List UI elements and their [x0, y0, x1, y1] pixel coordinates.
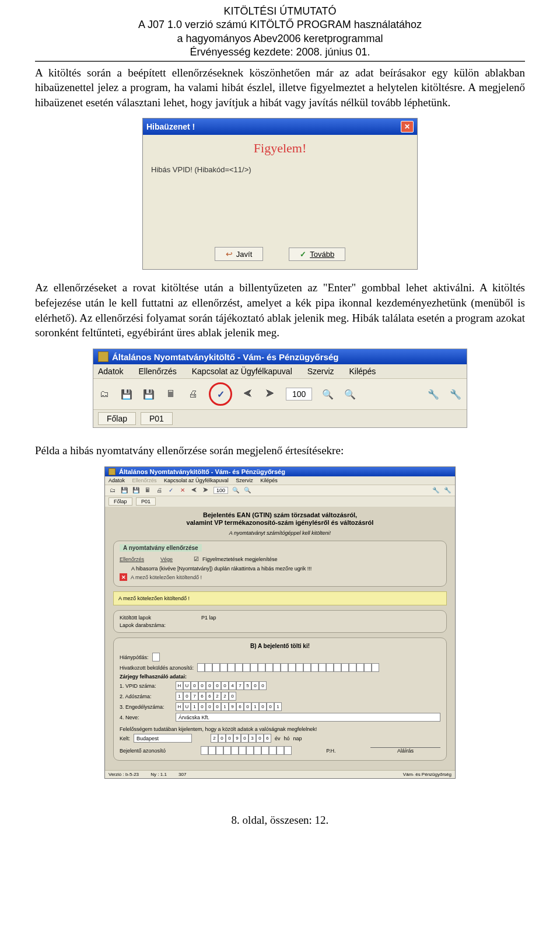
pagenext-icon[interactable]: ⮞: [202, 486, 210, 494]
check-ell-button[interactable]: Ellenőrzés: [120, 556, 144, 562]
section-b-group: B) A bejelentő tölti ki! Hiánypótlás: Hi…: [113, 638, 447, 761]
form-italic-note: A nyomtatványt számítógéppel kell kitölt…: [113, 530, 447, 536]
section-b-title: B) A bejelentő tölti ki!: [120, 643, 440, 649]
pageprev-icon[interactable]: ⮜: [190, 486, 198, 494]
error-dialog: Hibaüzenet ! ✕ Figyelem! Hibás VPID! (Hi…: [142, 118, 418, 270]
r3-boxes[interactable]: HU100019601001: [176, 702, 282, 711]
save-icon[interactable]: 💾: [120, 486, 128, 494]
status-version: Verzió : b-5-23: [108, 772, 139, 777]
felelos-text: Felelősségem tudatában kijelentem, hogy …: [120, 726, 317, 732]
date-boxes[interactable]: 20090306: [211, 734, 271, 743]
pagenext-icon[interactable]: ⮞: [264, 388, 276, 400]
print-icon[interactable]: 🖨: [155, 486, 163, 494]
arrow-left-icon: ↩: [226, 249, 233, 259]
saveas-icon[interactable]: 💾: [132, 486, 140, 494]
r1-boxes[interactable]: HU0000047500: [176, 681, 267, 690]
pages-groupbox: Kitöltött lapok P1 lap Lapok darabszáma:: [113, 610, 447, 633]
tool-b-icon[interactable]: 🔧: [449, 388, 462, 400]
yellow-error-field: A mező kötelezően kitöltendő !: [113, 591, 447, 605]
doc-header: KITÖLTÉSI ÚTMUTATÓ A J07 1.0 verzió szám…: [35, 0, 525, 60]
app-menubar: Adatok Ellenőrzés Kapcsolat az Ügyfélkap…: [93, 364, 467, 379]
menu-adatok[interactable]: Adatok: [108, 478, 125, 483]
menu-szerviz[interactable]: Szerviz: [307, 367, 334, 376]
check-icon[interactable]: ✓: [167, 486, 175, 494]
open-icon[interactable]: 🗂: [98, 388, 111, 400]
check-icon[interactable]: ✓: [214, 388, 227, 400]
form-toolbar: 🗂 💾 💾 🖩 🖨 ✓ ✕ ⮜ ⮞ 100 🔍 🔍 🔧 🔧: [105, 485, 455, 496]
menu-kilepes[interactable]: Kilépés: [349, 367, 376, 376]
menu-ellenorzes[interactable]: Ellenőrzés: [138, 367, 176, 376]
bejazon-label: Bejelentő azonosító: [120, 748, 166, 754]
r3-label: 3. Engedélyszáma:: [120, 704, 172, 710]
warn-checkbox[interactable]: ☑: [194, 556, 199, 562]
check-icon: ✓: [300, 250, 306, 259]
next-button[interactable]: ✓ Tovább: [289, 248, 345, 261]
app-window: Általános Nyomtatványkitöltő - Vám- és P…: [93, 349, 467, 428]
zoomout-icon[interactable]: 🔍: [321, 388, 334, 400]
dialog-titlebar: Hibaüzenet ! ✕: [143, 119, 417, 135]
form-menubar: Adatok Ellenőrzés Kapcsolat az Ügyfélkap…: [105, 476, 455, 485]
r4-label: 4. Neve:: [120, 715, 172, 720]
header-rule: [35, 61, 525, 62]
save-icon[interactable]: 💾: [120, 388, 133, 400]
menu-szerviz[interactable]: Szerviz: [236, 478, 253, 483]
kitolt-label: Kitöltött lapok: [120, 615, 151, 621]
paragraph-1: A kitöltés során a beépített ellenőrzése…: [35, 65, 525, 110]
error-icon: ✕: [120, 573, 127, 581]
menu-kapcsolat[interactable]: Kapcsolat az Ügyfélkapuval: [192, 367, 292, 376]
menu-ellenorzes: Ellenőrzés: [132, 478, 157, 483]
paragraph-3: Példa a hibás nyomtatvány ellenőrzése so…: [35, 443, 525, 458]
print-icon[interactable]: 🖨: [187, 388, 200, 400]
form-titlebar: Általános Nyomtatványkitöltő - Vám- és P…: [105, 467, 455, 476]
menu-adatok[interactable]: Adatok: [98, 367, 124, 376]
saveas-icon[interactable]: 💾: [142, 388, 155, 400]
menu-kapcsolat[interactable]: Kapcsolat az Ügyfélkapuval: [164, 478, 229, 483]
dialog-message: Hibás VPID! (Hibakód=<11/>): [143, 162, 417, 243]
r2-boxes[interactable]: 10766220: [176, 692, 236, 701]
kelt-label: Kelt:: [120, 736, 130, 741]
error-row-text[interactable]: A mező kötelezően kitöltendő !: [131, 574, 202, 580]
tab-folap[interactable]: Főlap: [98, 412, 136, 425]
zoomin-icon[interactable]: 🔍: [243, 486, 251, 494]
tab-p01[interactable]: P01: [141, 412, 173, 425]
hianyp-box[interactable]: [152, 653, 160, 661]
pageprev-icon[interactable]: ⮜: [242, 388, 254, 400]
menu-kilepes[interactable]: Kilépés: [260, 478, 278, 483]
zoomout-icon[interactable]: 🔍: [232, 486, 240, 494]
tool-b-icon[interactable]: 🔧: [443, 486, 452, 494]
app-icon: [98, 351, 108, 362]
lapok-label: Lapok darabszáma:: [120, 622, 166, 628]
tool-a-icon[interactable]: 🔧: [427, 388, 440, 400]
header-line-4: Érvényesség kezdete: 2008. június 01.: [35, 46, 525, 59]
calc-icon[interactable]: 🖩: [144, 486, 152, 494]
zoom-field[interactable]: 100: [214, 487, 228, 494]
tab-p01[interactable]: P01: [136, 497, 156, 506]
open-icon[interactable]: 🗂: [108, 486, 117, 494]
check-groupbox: A nyomtatvány ellenőrzése Ellenőrzés Vég…: [113, 541, 447, 587]
calc-icon[interactable]: 🖩: [164, 388, 177, 400]
r4-field[interactable]: Árvácska Kft.: [176, 713, 440, 722]
app-title-text: Általános Nyomtatványkitöltő - Vám- és P…: [112, 352, 338, 362]
hivatk-boxes[interactable]: [197, 663, 379, 672]
check-group-title: A nyomtatvány ellenőrzése: [120, 544, 202, 552]
status-right: Vám- és Pénzügyőrség: [403, 772, 452, 777]
zoom-field[interactable]: 100: [286, 388, 312, 400]
fix-button[interactable]: ↩ Javít: [215, 247, 263, 261]
form-tabbar: Főlap P01: [105, 496, 455, 507]
ph-text: P.H.: [326, 748, 335, 754]
paragraph-2: Az ellenőrzéseket a rovat kitöltése után…: [35, 280, 525, 340]
bejazon-boxes[interactable]: [201, 746, 292, 755]
check-vege-button[interactable]: Vége: [160, 556, 173, 562]
hianyp-label: Hiánypótlás:: [120, 654, 149, 660]
tool-a-icon[interactable]: 🔧: [432, 486, 440, 494]
app-titlebar: Általános Nyomtatványkitöltő - Vám- és P…: [93, 349, 467, 364]
fix-button-label: Javít: [236, 250, 252, 259]
close-icon[interactable]: ✕: [401, 121, 414, 133]
tab-folap[interactable]: Főlap: [108, 497, 132, 506]
zoomin-icon[interactable]: 🔍: [344, 388, 356, 400]
cancel-icon[interactable]: ✕: [178, 486, 187, 494]
date-ev: év: [275, 736, 281, 741]
kelt-field[interactable]: Budapest: [134, 734, 192, 743]
zarjegy-label: Zárjegy felhasználó adatai:: [120, 674, 187, 680]
form-statusbar: Verzió : b-5-23 Ny : 1.1 307 Vám- és Pén…: [105, 770, 455, 778]
